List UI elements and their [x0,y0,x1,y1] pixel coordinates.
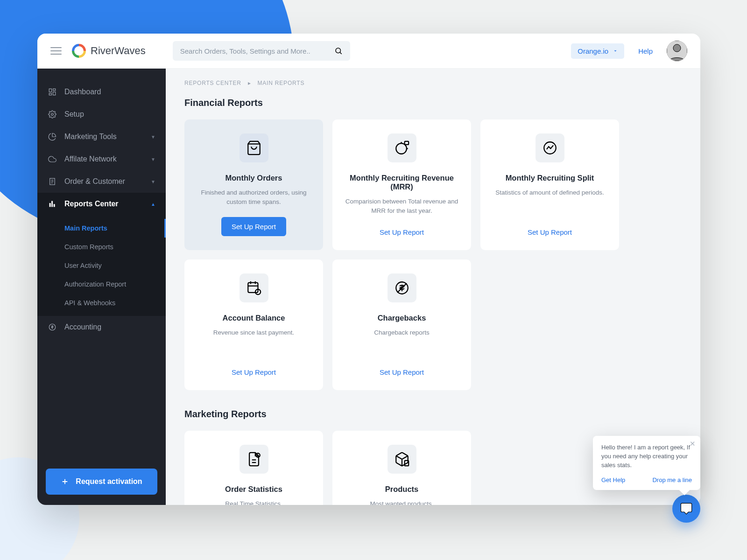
setup-report-link[interactable]: Set Up Report [380,368,424,376]
card-desc: Comparision between Total revenue and MR… [342,197,462,216]
chat-message: Hello there! I am a report geek, If you … [601,443,692,470]
sidebar-item-label: Dashboard [64,88,101,96]
chat-fab[interactable] [672,495,700,523]
svg-rect-5 [53,89,56,91]
org-selector[interactable]: Orange.io [571,43,624,59]
card-title: Chargebacks [378,314,426,322]
plus-icon [61,477,69,486]
card-products[interactable]: Products Most wanted products. [332,431,471,505]
app-window: RiverWaves Orange.io Help Dashboard [37,34,700,505]
sidebar-item-label: Order & Customer [64,177,125,186]
revenue-icon [388,133,416,162]
sidebar-item-order-customer[interactable]: Order & Customer ▼ [37,170,166,193]
get-help-link[interactable]: Get Help [601,476,625,483]
dollar-icon [48,322,57,332]
svg-point-0 [336,48,341,53]
chevron-up-icon: ▲ [151,202,155,207]
sidebar-item-setup[interactable]: Setup [37,103,166,126]
card-title: Monthly Recruiting Split [506,174,594,182]
sidebar: Dashboard Setup Marketing Tools ▼ Affila… [37,69,166,505]
breadcrumb-current: MAIN REPORTS [257,80,304,86]
help-link[interactable]: Help [638,47,653,55]
card-title: Products [385,485,419,494]
brand-name: RiverWaves [91,45,146,57]
box-icon [388,445,416,474]
drop-line-link[interactable]: Drop me a line [652,476,692,483]
shopping-bag-icon [240,133,268,162]
trend-icon [536,133,564,162]
sidebar-item-affiliate-network[interactable]: Affilate Network ▼ [37,148,166,170]
calendar-icon [240,273,268,302]
setup-report-link[interactable]: Set Up Report [528,228,572,236]
sidebar-item-label: Accounting [64,323,101,331]
sub-item-main-reports[interactable]: Main Reports [37,219,166,238]
gear-icon [48,110,57,119]
chevron-down-icon: ▼ [151,157,155,162]
chevron-right-icon: ▸ [248,80,251,86]
sub-item-custom-reports[interactable]: Custom Reports [37,238,166,256]
receipt-icon [48,177,57,186]
chevron-down-icon [613,49,618,53]
svg-rect-14 [52,201,53,207]
user-avatar[interactable] [667,41,687,61]
card-desc: Statistics of amount of defined periods. [495,188,604,197]
card-title: Order Statistics [225,485,282,494]
sidebar-item-accounting[interactable]: Accounting [37,316,166,338]
svg-rect-4 [49,89,51,92]
sub-item-user-activity[interactable]: User Activity [37,256,166,275]
sidebar-item-label: Reports Center [64,200,119,208]
bar-chart-icon [48,199,57,209]
request-activation-button[interactable]: Request activation [46,469,157,495]
sub-item-api-webhooks[interactable]: API & Webhooks [37,294,166,312]
cloud-icon [48,154,57,164]
close-icon[interactable]: ✕ [690,440,696,448]
sub-item-authorization-report[interactable]: Authorization Report [37,275,166,294]
svg-rect-23 [248,283,258,293]
chargeback-icon [388,273,416,302]
svg-line-1 [340,52,341,54]
card-account-balance[interactable]: Account Balance Revenue since last payme… [184,259,323,390]
topbar: RiverWaves Orange.io Help [37,34,700,69]
card-title: Monthly Orders [226,174,282,182]
chevron-down-icon: ▼ [151,179,155,184]
document-icon [240,445,268,474]
card-desc: Real Time Statistics. [225,499,282,505]
sidebar-item-marketing-tools[interactable]: Marketing Tools ▼ [37,126,166,148]
breadcrumb-root[interactable]: REPORTS CENTER [184,80,241,86]
card-chargebacks[interactable]: Chargebacks Chargeback reports Set Up Re… [332,259,471,390]
sidebar-item-dashboard[interactable]: Dashboard [37,81,166,103]
search-icon [334,47,343,55]
menu-icon[interactable] [50,45,62,56]
card-monthly-orders[interactable]: Monthly Orders Finished and authorized o… [184,119,323,250]
sidebar-item-label: Affilate Network [64,155,117,163]
chevron-down-icon: ▼ [151,134,155,140]
sidebar-item-label: Setup [64,110,84,119]
card-desc: Revenue since last payment. [213,328,294,337]
breadcrumb: REPORTS CENTER ▸ MAIN REPORTS [184,80,682,86]
setup-report-link[interactable]: Set Up Report [380,228,424,236]
search-input[interactable] [180,47,334,55]
section-title-financial: Financial Reports [184,98,682,108]
search-field[interactable] [173,41,350,61]
svg-rect-6 [53,92,56,95]
card-desc: Most wanted products. [370,499,434,505]
cta-label: Request activation [76,477,142,486]
card-desc: Chargeback reports [374,328,430,337]
dashboard-icon [48,87,57,97]
sub-nav: Main Reports Custom Reports User Activit… [37,215,166,316]
sidebar-item-label: Marketing Tools [64,133,117,141]
card-mrr[interactable]: Monthly Recruiting Revenue (MRR) Compari… [332,119,471,250]
setup-report-button[interactable]: Set Up Report [221,217,286,236]
card-recruiting-split[interactable]: Monthly Recruiting Split Statistics of a… [480,119,619,250]
org-label: Orange.io [578,47,608,55]
card-title: Monthly Recruiting Revenue (MRR) [342,174,462,191]
financial-grid: Monthly Orders Finished and authorized o… [184,119,682,390]
setup-report-link[interactable]: Set Up Report [232,368,276,376]
svg-point-3 [673,44,681,52]
svg-point-8 [51,113,54,116]
card-order-statistics[interactable]: Order Statistics Real Time Statistics. [184,431,323,505]
pie-icon [48,132,57,141]
brand: RiverWaves [72,44,146,58]
sidebar-item-reports-center[interactable]: Reports Center ▲ [37,193,166,215]
chat-popover: ✕ Hello there! I am a report geek, If yo… [593,436,700,490]
